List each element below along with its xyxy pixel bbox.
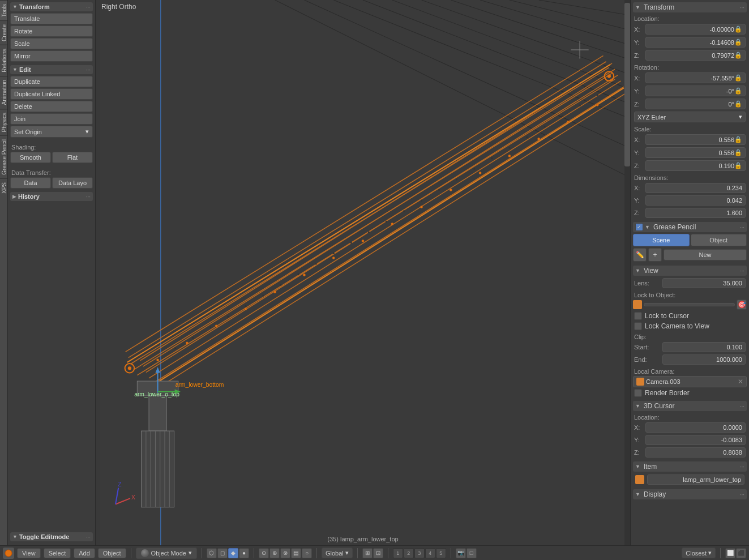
animation-tab[interactable]: Animation (0, 76, 7, 108)
gp-checkbox[interactable]: ✓ (635, 223, 643, 231)
local-camera-field[interactable]: Camera.003 ✕ (633, 376, 747, 387)
snap-icon[interactable]: ⊞ (362, 548, 373, 558)
ly-field[interactable]: -0.14608 🔒 (645, 37, 746, 48)
ly-lock-icon[interactable]: 🔒 (734, 39, 742, 46)
lz-field[interactable]: 0.79072 🔒 (645, 50, 746, 61)
object-data-icon[interactable]: ⬛ (736, 548, 746, 558)
history-header[interactable]: ▶ History ··· (10, 192, 93, 201)
manipulator-icon[interactable]: ⊗ (280, 548, 290, 558)
sx-field[interactable]: 0.556 🔒 (645, 134, 746, 145)
sz-field[interactable]: 0.190 🔒 (645, 160, 746, 171)
rotate-button[interactable]: Rotate (10, 25, 93, 37)
xps-tab[interactable]: XPS (0, 178, 7, 197)
dx-field[interactable]: 0.234 (645, 183, 746, 193)
duplicate-linked-button[interactable]: Duplicate Linked (10, 88, 93, 100)
gp-object-button[interactable]: Object (691, 234, 747, 246)
layer-4[interactable]: 4 (425, 548, 435, 558)
item-header[interactable]: ▼ Item ··· (633, 461, 747, 472)
camera-close-icon[interactable]: ✕ (738, 378, 743, 386)
gp-plus-icon[interactable]: + (648, 248, 662, 262)
cy-field[interactable]: -0.0083 (645, 435, 746, 445)
mirror-button[interactable]: Mirror (10, 50, 93, 62)
shading-wire-icon[interactable]: ◻ (217, 548, 228, 558)
sz-lock-icon[interactable]: 🔒 (734, 162, 742, 169)
shading-solid-icon[interactable]: ⬡ (207, 548, 217, 558)
duplicate-button[interactable]: Duplicate (10, 76, 93, 87)
view-menu[interactable]: View (17, 548, 41, 558)
snap-type-icon[interactable]: ⊡ (373, 548, 383, 558)
toggle-editmode-header[interactable]: ▼ Toggle Editmode ··· (10, 532, 93, 541)
rx-field[interactable]: -57.558° 🔒 (645, 72, 746, 83)
pivot-icon[interactable]: ⊙ (259, 548, 269, 558)
cz-field[interactable]: 0.8038 (645, 447, 746, 458)
sy-field[interactable]: 0.556 🔒 (645, 147, 746, 158)
lock-cursor-checkbox[interactable] (634, 312, 642, 320)
rz-field[interactable]: 0° 🔒 (645, 99, 746, 109)
layer-2[interactable]: 2 (404, 548, 414, 558)
global-select[interactable]: Global ▾ (322, 548, 353, 558)
physics-tab[interactable]: Physics (0, 109, 7, 135)
layer-1[interactable]: 1 (393, 548, 403, 558)
gp-scene-button[interactable]: Scene (633, 234, 690, 246)
translate-button[interactable]: Translate (10, 13, 93, 24)
clip-start-field[interactable]: 0.100 (662, 342, 746, 352)
rz-lock-icon[interactable]: 🔒 (734, 100, 742, 108)
layer-icon[interactable]: ▤ (291, 548, 301, 558)
sx-lock-icon[interactable]: 🔒 (734, 136, 742, 143)
euler-dropdown[interactable]: XYZ Euler ▾ (634, 112, 746, 122)
ry-field[interactable]: -0° 🔒 (645, 86, 746, 96)
view-header[interactable]: ▼ View ··· (633, 266, 747, 276)
layer-5[interactable]: 5 (436, 548, 446, 558)
lx-field[interactable]: -0.00000 🔒 (645, 24, 746, 35)
mode-dropdown[interactable]: Object Mode ▾ (136, 548, 197, 559)
rx-lock-icon[interactable]: 🔒 (734, 74, 742, 82)
tools-tab[interactable]: Tools (0, 0, 7, 20)
camera-view-icon[interactable]: 📷 (456, 548, 466, 558)
gp-draw-icon[interactable]: ✏️ (633, 248, 647, 262)
dz-field[interactable]: 1.600 (645, 208, 746, 218)
object-menu[interactable]: Object (98, 548, 126, 558)
flat-button[interactable]: Flat (52, 152, 93, 163)
smooth-button[interactable]: Smooth (10, 152, 51, 163)
grease-pencil-header[interactable]: ✓ ▼ Grease Pencil ··· (633, 222, 747, 232)
cx-field[interactable]: 0.0000 (645, 422, 746, 433)
select-menu[interactable]: Select (44, 548, 71, 558)
shading-texture-icon[interactable]: ◆ (228, 548, 238, 558)
delete-button[interactable]: Delete (10, 101, 93, 112)
shading-render-icon[interactable]: ● (239, 548, 249, 558)
display-header[interactable]: ▼ Display ··· (633, 489, 747, 499)
transform-icon[interactable]: ⊕ (269, 548, 280, 558)
viewport-scrollbar[interactable] (624, 0, 630, 545)
scene-icon[interactable]: ⬜ (725, 548, 735, 558)
render-border-checkbox[interactable] (634, 389, 642, 397)
data-button[interactable]: Data (10, 177, 51, 189)
ortho-icon[interactable]: □ (466, 548, 477, 558)
cursor-header[interactable]: ▼ 3D Cursor ··· (633, 401, 747, 411)
scale-button[interactable]: Scale (10, 38, 93, 49)
set-origin-button[interactable]: Set Origin ▾ (10, 126, 93, 138)
lock-camera-checkbox[interactable] (634, 322, 642, 330)
blender-icon[interactable] (3, 548, 14, 559)
edit-header[interactable]: ▼ Edit ··· (10, 65, 93, 74)
relations-tab[interactable]: Relations (0, 45, 7, 76)
layer-3[interactable]: 3 (414, 548, 425, 558)
lens-field[interactable]: 35.000 (662, 278, 746, 288)
lock-object-pick-icon[interactable]: 🎯 (737, 300, 747, 310)
create-tab[interactable]: Create (0, 20, 7, 45)
add-menu[interactable]: Add (74, 548, 95, 558)
right-transform-header[interactable]: ▼ Transform ··· (633, 2, 747, 12)
join-button[interactable]: Join (10, 113, 93, 125)
scrollbar-thumb[interactable] (624, 3, 630, 166)
lz-lock-icon[interactable]: 🔒 (734, 52, 742, 59)
transform-header[interactable]: ▼ Transform ··· (10, 2, 93, 11)
lx-lock-icon[interactable]: 🔒 (734, 25, 742, 33)
sy-lock-icon[interactable]: 🔒 (734, 149, 742, 156)
proportional-icon[interactable]: ○ (302, 548, 312, 558)
lock-object-field[interactable] (644, 303, 735, 306)
data-layout-button[interactable]: Data Layo (52, 177, 93, 189)
grease-pencil-tab[interactable]: Grease Pencil (0, 135, 7, 178)
viewport[interactable]: Right Ortho (96, 0, 630, 545)
item-name-field[interactable]: lamp_arm_lower_top (647, 474, 744, 485)
closest-select[interactable]: Closest ▾ (682, 548, 716, 558)
ry-lock-icon[interactable]: 🔒 (734, 87, 742, 95)
